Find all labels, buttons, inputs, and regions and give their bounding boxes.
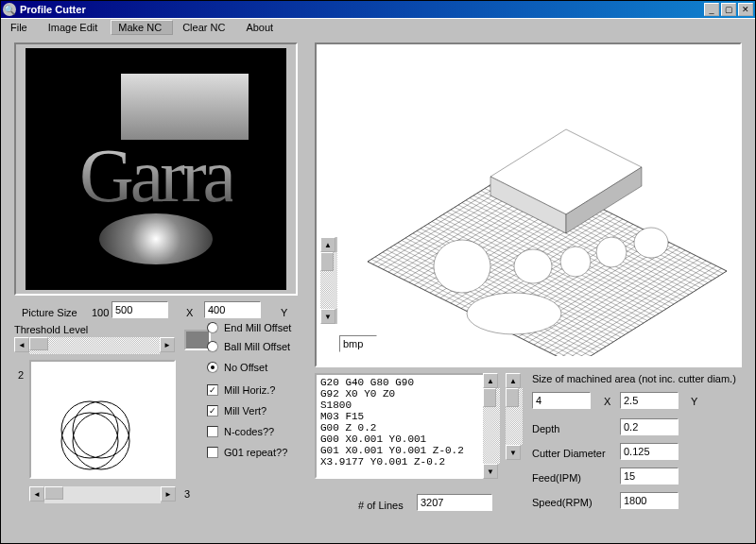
menu-make-nc[interactable]: Make NC [111,20,173,35]
gcode-scrollbar-vertical[interactable]: ▲ ▼ [483,373,500,479]
svg-point-89 [560,246,591,277]
render-format-input[interactable] [339,335,377,352]
cutter-sketch-panel [29,360,176,479]
menu-file[interactable]: File [3,20,39,35]
threshold-left-button[interactable]: ◄ [14,337,29,352]
machined-x-input[interactable] [532,392,591,409]
radio-no-offset[interactable]: No Offset [207,362,267,373]
depth-input[interactable] [620,418,679,435]
preview-word: Garra [79,144,232,208]
close-button[interactable]: ✕ [738,3,753,16]
menu-about[interactable]: About [238,20,284,35]
threshold-right-button[interactable]: ► [160,337,175,352]
sketch-right-button[interactable]: ► [161,486,176,502]
check-g01-repeat[interactable]: G01 repeat?? [207,447,287,458]
wireframe-render-panel [315,42,742,367]
sketch-right-label: 3 [184,488,190,500]
scroll-down-button[interactable]: ▼ [320,309,335,324]
num-lines-input[interactable] [417,494,492,511]
sketch-left-button[interactable]: ◄ [29,486,44,502]
check-mill-vert[interactable]: Mill Vert? [207,405,266,416]
svg-point-88 [514,249,552,283]
speed-label: Speed(RPM) [532,497,593,508]
picture-scale: 100 [92,307,109,318]
maximize-button[interactable]: ▢ [721,3,736,16]
svg-point-92 [61,401,118,458]
check-ncodes[interactable]: N-codes?? [207,426,274,437]
sketch-left-label: 2 [18,369,24,381]
title-bar: 🔍 Profile Cutter _ ▢ ✕ [1,1,755,18]
machined-y-input[interactable] [620,392,679,409]
cutter-diameter-label: Cutter Diameter [532,448,606,459]
picture-y-input[interactable] [204,301,261,318]
svg-point-87 [434,240,490,293]
threshold-label: Threshold Level [14,324,88,335]
machined-y-label: Y [691,396,697,407]
cutter-diameter-input[interactable] [620,443,679,460]
feed-label: Feed(IPM) [532,472,581,484]
sketch-scrollbar[interactable]: ◄ ► [29,486,176,503]
svg-point-93 [73,401,129,458]
svg-point-90 [596,237,627,267]
depth-label: Depth [532,423,559,434]
machined-x-label: X [604,396,610,407]
minimize-button[interactable]: _ [704,3,719,16]
wireframe-svg [325,54,731,356]
svg-point-94 [61,413,118,469]
render-scrollbar-vertical[interactable]: ▲ ▼ [320,237,337,324]
gcode-output[interactable]: G20 G40 G80 G90 G92 X0 Y0 Z0 S1800 M03 F… [315,373,498,479]
svg-point-86 [467,293,561,334]
app-title: Profile Cutter [20,4,704,15]
preview-bar-shape [121,74,249,140]
image-preview-panel: Garra [14,42,298,296]
num-lines-label: # of Lines [358,500,404,511]
app-icon: 🔍 [3,3,16,16]
picture-y-label: Y [281,307,287,318]
check-mill-horiz[interactable]: Mill Horiz.? [207,384,275,396]
gcode-scroll-up[interactable]: ▲ [483,373,498,388]
svg-point-95 [73,413,129,469]
gcode-scroll-up-2[interactable]: ▲ [506,373,521,388]
menu-bar: File Image Edit Make NC Clear NC About [1,18,755,35]
picture-size-label: Picture Size [22,307,77,318]
gcode-scroll-down[interactable]: ▼ [483,464,498,479]
speed-input[interactable] [620,492,679,509]
gcode-scroll-down-2[interactable]: ▼ [506,445,521,460]
scroll-up-button[interactable]: ▲ [320,237,335,252]
menu-image-edit[interactable]: Image Edit [41,20,110,35]
radio-end-mill[interactable]: End Mill Offset [207,322,291,333]
picture-x-label: X [186,307,193,318]
image-preview: Garra [26,48,286,290]
machined-header: Size of machined area (not inc. cutter d… [532,373,736,384]
preview-ellipse-shape [99,213,213,264]
cutter-sketch [31,362,178,481]
menu-clear-nc[interactable]: Clear NC [175,20,236,35]
gcode-scrollbar-vertical-2[interactable]: ▲ ▼ [506,373,523,460]
threshold-scrollbar[interactable]: ◄ ► [14,337,175,354]
svg-point-91 [634,228,668,258]
radio-ball-mill[interactable]: Ball Mill Offset [207,341,290,352]
feed-input[interactable] [620,468,679,484]
picture-x-input[interactable] [112,301,168,318]
